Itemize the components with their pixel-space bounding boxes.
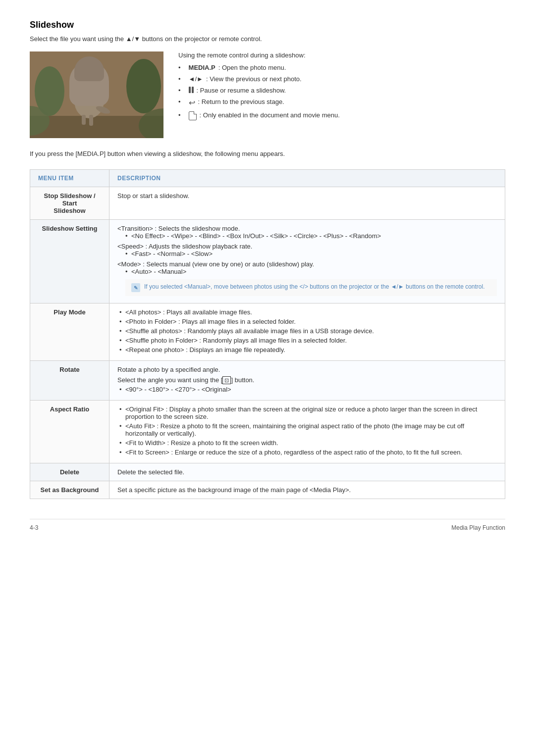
play-mode-list: <All photos> : Plays all available image… — [117, 308, 497, 353]
table-row: Rotate Rotate a photo by a specified ang… — [30, 361, 505, 401]
mode-label: <Mode> : Selects manual (view one by one… — [117, 260, 497, 268]
pause-text: : Pause or resume a slideshow. — [197, 87, 286, 94]
page-title: Slideshow — [30, 20, 505, 30]
table-row: Play Mode <All photos> : Plays all avail… — [30, 303, 505, 361]
menu-item-desc: <Original Fit> : Display a photo smaller… — [109, 401, 505, 463]
menu-table: MENU ITEM DESCRIPTION Stop Slideshow / S… — [30, 169, 505, 499]
rotate-text2: Select the angle you want using the [⊡] … — [117, 376, 497, 384]
remote-item-mediap: MEDIA.P : Open the photo menu. — [178, 64, 505, 71]
speed-options: <Fast> - <Normal> - <Slow> — [117, 250, 497, 257]
table-row: Aspect Ratio <Original Fit> : Display a … — [30, 401, 505, 463]
menu-item-desc: <Transition> : Selects the slideshow mod… — [109, 220, 505, 303]
menu-item-name: Play Mode — [30, 303, 109, 361]
section-label: Media Play Function — [451, 524, 505, 531]
menu-item-name: Set as Background — [30, 481, 109, 499]
list-item: <Fit to Width> : Resize a photo to fit t… — [117, 439, 497, 447]
table-row: Delete Delete the selected file. — [30, 463, 505, 481]
remote-info: Using the remote control during a slides… — [178, 51, 505, 138]
svg-point-5 — [74, 84, 104, 118]
list-item: <Shuffle all photos> : Randomly plays al… — [117, 327, 497, 335]
list-item: <All photos> : Plays all available image… — [117, 308, 497, 316]
mode-options: <Auto> - <Manual> — [117, 268, 497, 275]
top-section: Using the remote control during a slides… — [30, 51, 505, 138]
transition-label: <Transition> : Selects the slideshow mod… — [117, 225, 497, 232]
list-item: <Shuffle photo in Folder> : Randomly pla… — [117, 337, 497, 344]
pause-icon — [189, 87, 194, 93]
svg-point-7 — [82, 74, 94, 88]
doc-text: : Only enabled in the document and movie… — [200, 111, 340, 119]
footer: 4-3 Media Play Function — [30, 519, 505, 531]
menu-item-name: Aspect Ratio — [30, 401, 109, 463]
remote-item-pause: : Pause or resume a slideshow. — [178, 87, 505, 94]
list-item: <Fast> - <Normal> - <Slow> — [117, 250, 497, 257]
list-item: <90°> - <180°> - <270°> - <Original> — [117, 386, 497, 393]
speed-label: <Speed> : Adjusts the slideshow playback… — [117, 243, 497, 250]
intro-text: Select the file you want using the ▲/▼ b… — [30, 35, 505, 43]
list-item: <Fit to Screen> : Enlarge or reduce the … — [117, 449, 497, 456]
doc-icon — [189, 111, 197, 120]
svg-rect-10 — [82, 115, 86, 125]
svg-point-9 — [90, 71, 94, 79]
menu-item-desc: Stop or start a slideshow. — [109, 187, 505, 220]
menu-item-desc: Rotate a photo by a specified angle. Sel… — [109, 361, 505, 401]
page-number: 4-3 — [30, 524, 38, 531]
menu-item-desc: <All photos> : Plays all available image… — [109, 303, 505, 361]
note-text: If you selected <Manual>, move between p… — [144, 283, 485, 290]
note-box: ✎ If you selected <Manual>, move between… — [125, 279, 497, 296]
remote-items-list: MEDIA.P : Open the photo menu. ◄/► : Vie… — [178, 64, 505, 120]
svg-point-4 — [82, 61, 107, 101]
arrows-label: ◄/► — [189, 75, 203, 83]
arrows-text: : View the previous or next photo. — [206, 75, 302, 83]
svg-rect-11 — [89, 115, 93, 126]
list-item: <Auto> - <Manual> — [117, 268, 497, 275]
mediap-text: : Open the photo menu. — [218, 64, 286, 71]
rotate-options: <90°> - <180°> - <270°> - <Original> — [117, 386, 497, 393]
return-icon: ↩ — [189, 98, 195, 107]
menu-item-name: Stop Slideshow / StartSlideshow — [30, 187, 109, 220]
list-item: <Original Fit> : Display a photo smaller… — [117, 405, 497, 420]
list-item: <Auto Fit> : Resize a photo to fit the s… — [117, 422, 497, 437]
aspect-ratio-list: <Original Fit> : Display a photo smaller… — [117, 405, 497, 456]
slideshow-image — [30, 51, 163, 138]
menu-item-desc: Set a specific picture as the background… — [109, 481, 505, 499]
menu-item-desc: Delete the selected file. — [109, 463, 505, 481]
table-row: Set as Background Set a specific picture… — [30, 481, 505, 499]
bottom-note: If you press the [MEDIA.P] button when v… — [30, 150, 505, 157]
table-row: Stop Slideshow / StartSlideshow Stop or … — [30, 187, 505, 220]
svg-point-3 — [126, 59, 161, 113]
return-text: : Return to the previous stage. — [198, 98, 284, 105]
svg-point-8 — [83, 72, 88, 81]
remote-item-doc: : Only enabled in the document and movie… — [178, 111, 505, 120]
transition-options: <No Effect> - <Wipe> - <Blind> - <Box In… — [117, 232, 497, 240]
table-row: Slideshow Setting <Transition> : Selects… — [30, 220, 505, 303]
menu-item-name: Delete — [30, 463, 109, 481]
col-header-description: DESCRIPTION — [109, 170, 505, 187]
rotate-text1: Rotate a photo by a specified angle. — [117, 366, 497, 373]
remote-item-arrows: ◄/► : View the previous or next photo. — [178, 75, 505, 83]
col-header-menu-item: MENU ITEM — [30, 170, 109, 187]
list-item: <Repeat one photo> : Displays an image f… — [117, 346, 497, 353]
remote-item-return: ↩ : Return to the previous stage. — [178, 98, 505, 107]
menu-item-name: Slideshow Setting — [30, 220, 109, 303]
menu-item-name: Rotate — [30, 361, 109, 401]
note-icon: ✎ — [131, 283, 140, 292]
list-item: <Photo in Folder> : Plays all image file… — [117, 318, 497, 325]
svg-point-6 — [80, 78, 98, 100]
remote-title: Using the remote control during a slides… — [178, 51, 505, 59]
list-item: <No Effect> - <Wipe> - <Blind> - <Box In… — [117, 232, 497, 240]
mediap-label: MEDIA.P — [189, 64, 215, 71]
